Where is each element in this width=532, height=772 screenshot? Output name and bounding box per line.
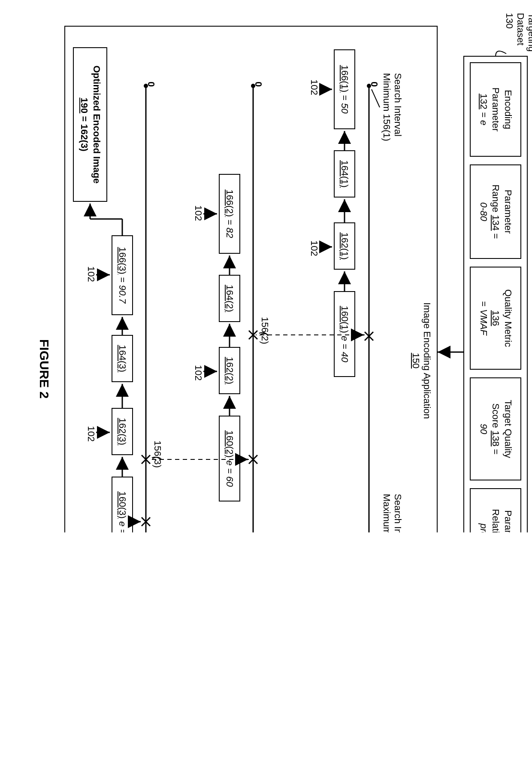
target-quality-box: Target Quality Score 138 = 90 <box>470 377 521 480</box>
search-interval-min-label: Search IntervalMinimum 156(1) <box>381 73 403 141</box>
row3-162-box: 162(3) <box>112 408 133 455</box>
parameter-range-box: Parameter Range 134 = 0-80 <box>470 164 521 259</box>
row2-160-box: 160(2)e = 60 <box>219 416 240 501</box>
row1-162-box: 162(1) <box>334 222 355 270</box>
ref-102-r3-b: 102 <box>85 426 97 442</box>
axis-min-3: 0 <box>145 82 157 87</box>
row2-min-ref: 156(2) <box>259 317 270 344</box>
row2-164-box: 164(2) <box>219 275 240 322</box>
row1-164-box: 164(1) <box>334 150 355 198</box>
axis-min-1: 0 <box>369 82 380 87</box>
axis-min-2: 0 <box>253 82 264 87</box>
optimized-encoded-image-box: Optimized Encoded Image 190 = 162(3) <box>73 47 107 202</box>
ref-102-r3-a: 102 <box>85 266 97 282</box>
ref-102-r1-a: 102 <box>308 79 320 95</box>
row3-164-box: 164(3) <box>112 335 133 382</box>
quality-metric-box: Quality Metric 136 = VMAF <box>470 267 521 370</box>
ref-102-r1-b: 102 <box>308 240 320 256</box>
pq-relationship-box: Parameter/Quality Relationship 140 = pro… <box>470 488 521 532</box>
row3-min-ref: 156(3) <box>152 441 163 468</box>
search-interval-max-label: Search IntervalMaximum 158(1) <box>381 494 403 532</box>
row3-160-box: 160(3)e = 70 <box>112 477 133 532</box>
targeting-dataset-panel: Encoding Parameter 132 = e Parameter Ran… <box>463 56 528 532</box>
row3-166-box: 166(3)= 90.7 <box>112 235 133 315</box>
row2-166-box: 166(2)= 82 <box>219 174 240 254</box>
targeting-dataset-label: Targeting Dataset 130 <box>504 13 532 52</box>
app-title: Image Encoding Application 150 <box>410 275 432 447</box>
row2-162-box: 162(2) <box>219 347 240 394</box>
encoding-parameter-box: Encoding Parameter 132 = e <box>470 62 521 157</box>
row1-166-box: 166(1)= 50 <box>334 49 355 129</box>
ref-102-r2-b: 102 <box>193 365 204 381</box>
row1-160-box: 160(1)e = 40 <box>334 291 355 377</box>
ref-102-r2-a: 102 <box>193 205 204 221</box>
figure-caption: FIGURE 2 <box>37 339 51 398</box>
